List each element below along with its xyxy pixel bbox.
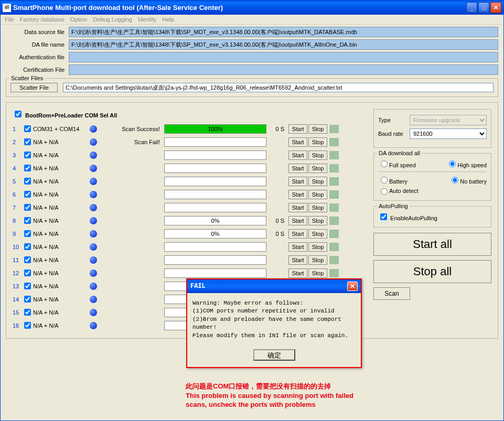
port-stop-button[interactable]: Stop xyxy=(308,190,327,199)
port-number: 10 xyxy=(13,244,22,250)
port-tail-indicator xyxy=(329,177,339,186)
dialog-close-button[interactable]: ✕ xyxy=(347,282,358,291)
enable-autopulling-checkbox[interactable]: EnableAutoPulling xyxy=(378,215,437,221)
da-file-label: DA file name xyxy=(6,41,69,48)
minimize-button[interactable]: _ xyxy=(466,2,477,13)
port-start-button[interactable]: Start xyxy=(288,216,307,225)
status-dot-icon xyxy=(90,191,97,198)
port-stop-button[interactable]: Stop xyxy=(308,268,327,278)
battery-radio[interactable]: Battery xyxy=(378,175,408,185)
port-tail-indicator xyxy=(329,243,339,251)
port-checkbox[interactable] xyxy=(24,165,31,171)
port-stop-button[interactable]: Stop xyxy=(308,216,327,225)
port-checkbox[interactable] xyxy=(24,138,31,145)
auth-file-input[interactable] xyxy=(69,52,498,62)
type-label: Type xyxy=(378,117,410,123)
elapsed-time: 0 S xyxy=(266,231,287,237)
port-tail-indicator xyxy=(329,164,339,172)
no-battery-radio[interactable]: No battery xyxy=(449,175,487,185)
sel-all-label: BootRom+PreLoader COM Sel All xyxy=(25,112,117,118)
sel-all-checkbox[interactable] xyxy=(15,111,22,117)
dialog-line-2: (1)COM ports number repetitive or invali… xyxy=(192,307,356,315)
da-file-input[interactable] xyxy=(69,39,498,50)
start-all-button[interactable]: Start all xyxy=(373,233,491,256)
port-name: N/A + N/A xyxy=(33,165,90,171)
port-start-button[interactable]: Start xyxy=(288,137,307,147)
progress-bar xyxy=(164,164,266,173)
menu-file[interactable]: File xyxy=(5,16,14,23)
port-stop-button[interactable]: Stop xyxy=(308,229,327,239)
menu-option[interactable]: Option xyxy=(70,16,87,23)
maximize-button[interactable]: □ xyxy=(478,2,489,13)
port-name: N/A + N/A xyxy=(33,309,90,316)
port-name: N/A + N/A xyxy=(33,231,90,237)
menu-factory-database[interactable]: Factory database xyxy=(20,16,65,23)
port-stop-button[interactable]: Stop xyxy=(308,255,327,265)
port-start-button[interactable]: Start xyxy=(288,268,307,278)
menu-help[interactable]: Help xyxy=(163,16,175,23)
port-checkbox[interactable] xyxy=(24,309,31,316)
port-checkbox[interactable] xyxy=(24,256,31,263)
status-dot-icon xyxy=(90,230,97,238)
port-stop-button[interactable]: Stop xyxy=(308,150,327,160)
port-start-button[interactable]: Start xyxy=(288,203,307,212)
port-checkbox[interactable] xyxy=(24,178,31,185)
data-source-input[interactable] xyxy=(69,27,498,37)
cert-file-label: Certification File xyxy=(6,67,69,73)
port-name: N/A + N/A xyxy=(33,218,90,224)
scatter-file-button[interactable]: Scatter File xyxy=(10,83,58,92)
auto-detect-radio[interactable]: Auto detect xyxy=(378,187,419,195)
port-checkbox[interactable] xyxy=(24,230,31,237)
baud-select[interactable]: 921600 xyxy=(410,128,487,139)
port-stop-button[interactable]: Stop xyxy=(308,137,327,147)
menu-debug-logging[interactable]: Debug Logging xyxy=(93,16,132,23)
port-checkbox[interactable] xyxy=(24,217,31,224)
autopulling-title: AutoPulling xyxy=(377,203,410,209)
port-stop-button[interactable]: Stop xyxy=(308,124,327,134)
full-speed-radio[interactable]: Full speed xyxy=(378,159,416,168)
port-tail-indicator xyxy=(329,217,339,225)
port-checkbox[interactable] xyxy=(24,152,31,158)
menu-identity[interactable]: Identity xyxy=(138,16,156,23)
port-start-button[interactable]: Start xyxy=(288,164,307,173)
port-start-button[interactable]: Start xyxy=(288,255,307,265)
port-checkbox[interactable] xyxy=(24,243,31,250)
port-checkbox[interactable] xyxy=(24,283,31,289)
progress-text: 0% xyxy=(165,230,266,238)
port-row: 6 N/A + N/A Start Stop xyxy=(13,188,368,201)
port-checkbox[interactable] xyxy=(24,296,31,303)
port-start-button[interactable]: Start xyxy=(288,190,307,199)
port-start-button[interactable]: Start xyxy=(288,177,307,186)
stop-all-button[interactable]: Stop all xyxy=(373,260,491,283)
status-dot-icon xyxy=(90,178,97,185)
port-start-button[interactable]: Start xyxy=(288,242,307,252)
scan-button[interactable]: Scan xyxy=(373,287,410,300)
port-checkbox[interactable] xyxy=(24,269,31,276)
port-stop-button[interactable]: Stop xyxy=(308,177,327,186)
close-button[interactable]: ✕ xyxy=(490,2,501,13)
port-number: 12 xyxy=(13,270,22,276)
cert-file-input[interactable] xyxy=(69,64,498,75)
type-group: Type Firmware upgrade Baud rate 921600 xyxy=(373,109,491,148)
port-stop-button[interactable]: Stop xyxy=(308,203,327,212)
port-start-button[interactable]: Start xyxy=(288,229,307,239)
port-checkbox[interactable] xyxy=(24,125,31,132)
port-checkbox[interactable] xyxy=(24,191,31,198)
port-name: N/A + N/A xyxy=(33,152,90,158)
port-stop-button[interactable]: Stop xyxy=(308,242,327,252)
progress-text xyxy=(165,243,266,251)
port-row: 9 N/A + N/A 0% 0 S Start Stop xyxy=(13,227,368,240)
port-tail-indicator xyxy=(329,151,339,159)
progress-text: 0% xyxy=(165,217,266,225)
port-checkbox[interactable] xyxy=(24,204,31,211)
port-stop-button[interactable]: Stop xyxy=(308,164,327,173)
scatter-file-input[interactable] xyxy=(63,83,494,92)
progress-bar: 0% xyxy=(164,229,266,239)
progress-bar xyxy=(164,150,266,160)
port-checkbox[interactable] xyxy=(24,322,31,329)
status-dot-icon xyxy=(90,283,97,290)
high-speed-radio[interactable]: High speed xyxy=(446,159,487,168)
dialog-ok-button[interactable]: 确定 xyxy=(253,349,295,361)
port-start-button[interactable]: Start xyxy=(288,150,307,160)
port-start-button[interactable]: Start xyxy=(288,124,307,134)
